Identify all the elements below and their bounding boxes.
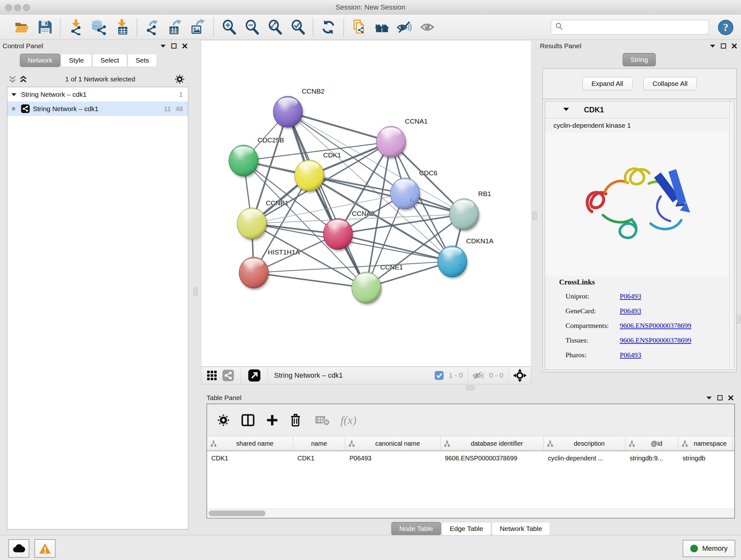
help-button[interactable]: ? xyxy=(718,19,734,36)
table-cell[interactable]: cyclin-dependent ... xyxy=(544,451,625,465)
crosslink-label: GeneCard: xyxy=(559,307,620,315)
zoom-out-button[interactable] xyxy=(243,18,260,36)
table-cell[interactable]: 9606.ENSP00000378699 xyxy=(441,451,544,465)
column-header--id[interactable]: @id xyxy=(625,436,678,450)
control-panel-menu-caret-icon[interactable] xyxy=(160,44,166,48)
network-node-ccnb1[interactable] xyxy=(237,207,267,241)
warnings-button[interactable] xyxy=(35,539,56,558)
hidden-eye-icon[interactable] xyxy=(470,371,487,380)
table-cell[interactable]: stringdb:9... xyxy=(625,451,678,465)
network-node-cdkn1a[interactable] xyxy=(437,246,467,279)
table-settings-gear-icon[interactable] xyxy=(217,414,230,427)
import-network-file-button[interactable] xyxy=(67,18,84,36)
show-all-eye-button[interactable] xyxy=(419,18,436,36)
network-tree-row[interactable]: String Network – cdk11148 xyxy=(7,102,188,116)
column-header-canonical-name[interactable]: canonical name xyxy=(345,436,441,450)
home-network-button[interactable] xyxy=(374,18,391,36)
table-horizontal-scrollbar[interactable] xyxy=(207,509,734,518)
tab-network-table[interactable]: Network Table xyxy=(492,522,550,536)
create-column-plus-icon[interactable] xyxy=(266,414,279,427)
tab-select[interactable]: Select xyxy=(92,54,127,67)
tab-sets[interactable]: Sets xyxy=(128,54,157,67)
zoom-in-button[interactable] xyxy=(220,18,238,36)
cloud-button[interactable] xyxy=(8,539,29,558)
save-session-button[interactable] xyxy=(37,18,54,36)
grid-view-icon[interactable] xyxy=(201,370,220,381)
expand-all-icon[interactable] xyxy=(18,75,29,83)
tab-style[interactable]: Style xyxy=(61,54,92,67)
crosslink-row: Uniprot: P06493 xyxy=(559,289,734,304)
table-cell[interactable]: P06493 xyxy=(345,451,441,465)
import-table-file-button[interactable] xyxy=(113,18,130,36)
selected-checkbox-icon[interactable] xyxy=(432,371,446,380)
gene-collapse-caret-icon[interactable] xyxy=(563,107,569,113)
memory-button[interactable]: Memory xyxy=(683,540,735,557)
results-panel-float-icon[interactable] xyxy=(721,43,726,49)
network-node-ccnb2[interactable] xyxy=(273,96,303,129)
column-header-database-identifier[interactable]: database identifier xyxy=(441,436,544,450)
hide-selected-eye-button[interactable] xyxy=(396,18,414,36)
column-header-namespace[interactable]: namespace xyxy=(678,436,733,450)
crosslink-link[interactable]: 9606.ENSP00000378699 xyxy=(620,321,691,330)
network-node-ccna1[interactable] xyxy=(376,126,406,159)
open-session-button[interactable] xyxy=(13,18,30,36)
network-node-ccne1[interactable] xyxy=(351,272,381,305)
crosslink-link[interactable]: 9606.ENSP00000378699 xyxy=(620,336,691,345)
tab-node-table[interactable]: Node Table xyxy=(391,522,441,536)
collapse-all-icon[interactable] xyxy=(7,75,18,83)
control-panel-float-icon[interactable] xyxy=(171,43,177,49)
refresh-layout-button[interactable] xyxy=(320,18,337,36)
search-input[interactable] xyxy=(563,23,709,31)
table-panel-close-icon[interactable] xyxy=(728,395,734,401)
crosslink-link[interactable]: P06493 xyxy=(620,307,641,315)
network-node-cdk1[interactable] xyxy=(294,160,324,193)
results-scrollbar[interactable] xyxy=(729,102,734,370)
table-cell[interactable]: CDK1 xyxy=(207,451,293,465)
network-node-cdc6[interactable] xyxy=(390,178,420,211)
show-column-icon[interactable] xyxy=(241,414,255,427)
export-table-button[interactable] xyxy=(166,18,184,36)
splitter-handle-right[interactable] xyxy=(532,211,537,220)
zoom-fit-button[interactable] xyxy=(266,18,283,36)
export-image-button[interactable] xyxy=(190,18,207,36)
table-cell[interactable]: CDK1 xyxy=(293,451,345,465)
network-node-hist1h1a[interactable] xyxy=(239,257,269,290)
control-panel-close-icon[interactable] xyxy=(182,43,188,49)
fit-content-crosshair-icon[interactable] xyxy=(511,369,531,382)
copy-style-button[interactable] xyxy=(350,18,367,36)
tab-edge-table[interactable]: Edge Table xyxy=(442,522,491,536)
delete-column-trash-icon[interactable] xyxy=(289,413,301,427)
scrollbar-thumb[interactable] xyxy=(209,510,266,516)
table-row[interactable]: CDK1CDK1P064939606.ENSP00000378699cyclin… xyxy=(207,451,734,465)
import-network-database-button[interactable] xyxy=(90,18,107,36)
export-network-button[interactable] xyxy=(144,18,161,36)
tab-string[interactable]: String xyxy=(623,53,656,66)
network-node-rb1[interactable] xyxy=(449,198,479,232)
export-image-icon xyxy=(190,19,206,35)
birdseye-view-icon[interactable] xyxy=(246,369,263,381)
collapse-all-button[interactable]: Collapse All xyxy=(643,77,697,90)
table-panel-menu-caret-icon[interactable] xyxy=(706,396,712,400)
splitter-handle-edge[interactable] xyxy=(736,315,740,324)
network-tree-row[interactable]: String Network – cdk11 xyxy=(7,87,188,102)
network-node-cdc25b[interactable] xyxy=(228,145,259,178)
column-header-description[interactable]: description xyxy=(544,436,625,450)
results-panel-menu-caret-icon[interactable] xyxy=(710,44,716,48)
table-panel-float-icon[interactable] xyxy=(717,395,723,401)
network-canvas[interactable]: CCNB2 CCNA1 xyxy=(201,40,531,367)
network-options-gear-icon[interactable] xyxy=(172,74,188,84)
network-share-icon[interactable] xyxy=(220,370,237,381)
column-header-shared-name[interactable]: shared name xyxy=(207,436,293,450)
network-node-ccna2[interactable] xyxy=(323,218,353,251)
results-panel-close-icon[interactable] xyxy=(731,43,737,49)
crosslink-link[interactable]: P06493 xyxy=(620,351,641,359)
splitter-handle-horizontal[interactable] xyxy=(466,386,475,390)
crosslink-link[interactable]: P06493 xyxy=(620,292,641,300)
column-header-name[interactable]: name xyxy=(293,436,345,450)
tab-network[interactable]: Network xyxy=(20,54,60,67)
zoom-selected-button[interactable] xyxy=(289,18,307,36)
expand-all-button[interactable]: Expand All xyxy=(583,77,632,90)
splitter-handle-left[interactable] xyxy=(193,287,198,296)
node-label: CDC6 xyxy=(419,169,437,177)
table-cell[interactable]: stringdb xyxy=(678,451,733,465)
